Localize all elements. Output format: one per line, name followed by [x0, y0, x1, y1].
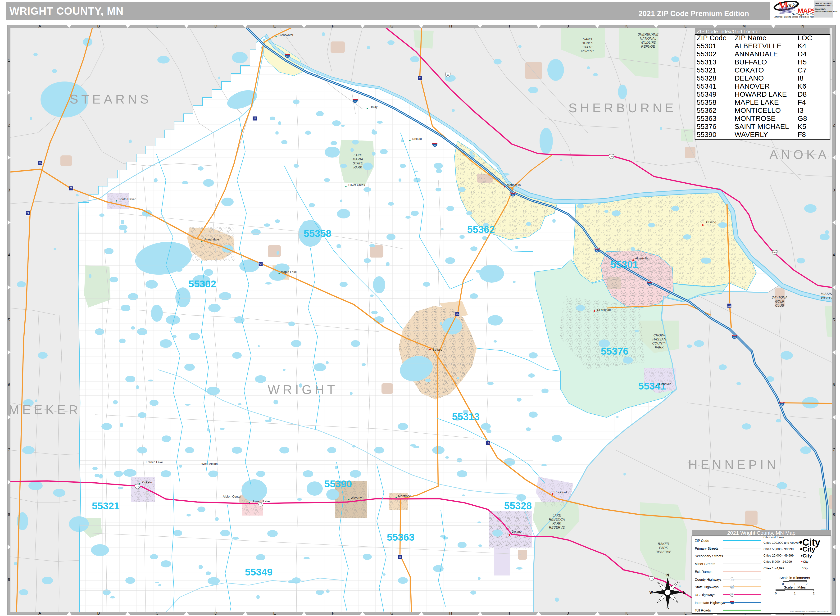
svg-text:MEEKER: MEEKER: [9, 403, 81, 417]
svg-text:F8: F8: [797, 131, 806, 138]
svg-text:123: 123: [731, 579, 734, 580]
svg-text:Cities 50,000 - 99,999: Cities 50,000 - 99,999: [764, 547, 793, 551]
svg-text:4: 4: [833, 253, 835, 257]
svg-text:E: E: [273, 611, 276, 616]
svg-text:94: 94: [648, 283, 651, 286]
svg-text:6: 6: [833, 383, 835, 387]
svg-text:Cokato: Cokato: [142, 481, 152, 484]
svg-text:On Target. On Time.: On Target. On Time.: [792, 13, 817, 16]
svg-text:SHERBURNE: SHERBURNE: [569, 101, 676, 115]
svg-text:Secondary Streets: Secondary Streets: [695, 554, 723, 558]
svg-text:55321: 55321: [696, 66, 716, 74]
svg-text:I8: I8: [797, 74, 803, 82]
svg-text:Cities 100,000 and Above: Cities 100,000 and Above: [764, 541, 799, 544]
svg-text:55362: 55362: [696, 106, 716, 114]
svg-text:MONTROSE: MONTROSE: [734, 114, 775, 122]
svg-text:City: City: [803, 567, 808, 569]
svg-text:Monticello: Monticello: [507, 183, 521, 187]
svg-text:9: 9: [8, 577, 10, 582]
svg-text:Hanover: Hanover: [659, 382, 671, 386]
svg-text:24: 24: [26, 212, 29, 215]
svg-text:25: 25: [456, 313, 459, 315]
svg-text:HOWARD LAKE: HOWARD LAKE: [734, 90, 787, 98]
svg-text:State Highways: State Highways: [695, 585, 719, 589]
svg-text:LAKE: LAKE: [553, 513, 561, 517]
svg-text:Scale in Miles: Scale in Miles: [784, 585, 806, 589]
svg-text:E: E: [273, 24, 276, 28]
svg-text:K4: K4: [797, 42, 806, 50]
svg-text:7: 7: [8, 447, 10, 452]
svg-text:F4: F4: [797, 98, 806, 106]
svg-text:South Haven: South Haven: [119, 197, 136, 201]
svg-text:55363: 55363: [696, 114, 716, 122]
svg-text:•City: •City: [800, 546, 815, 553]
svg-text:REBECCA: REBECCA: [549, 518, 565, 521]
svg-text:Interstate Highways: Interstate Highways: [695, 601, 725, 605]
svg-text:Rockford: Rockford: [554, 490, 567, 494]
svg-text:Buffalo: Buffalo: [433, 348, 442, 351]
svg-text:STATE: STATE: [582, 45, 592, 49]
svg-text:COUNTY: COUNTY: [652, 342, 667, 345]
svg-text:94: 94: [596, 250, 598, 252]
svg-text:M: M: [742, 24, 746, 28]
svg-text:55302: 55302: [189, 279, 216, 289]
svg-text:BAKER: BAKER: [658, 542, 669, 546]
svg-text:Silver Creek: Silver Creek: [348, 183, 365, 187]
svg-text:25: 25: [399, 556, 402, 558]
svg-text:WILDLIFE: WILDLIFE: [641, 41, 656, 44]
svg-text:H: H: [449, 611, 452, 616]
svg-text:City: City: [803, 560, 808, 563]
svg-text:E: E: [683, 590, 686, 594]
svg-text:STATE: STATE: [353, 161, 363, 165]
svg-text:K: K: [625, 24, 628, 28]
svg-text:SHERBURNE: SHERBURNE: [638, 32, 659, 36]
svg-text:55349: 55349: [245, 566, 273, 578]
svg-text:NATIONAL: NATIONAL: [640, 37, 656, 40]
svg-text:•City: •City: [801, 553, 812, 559]
svg-text:Waverly: Waverly: [351, 496, 362, 499]
svg-text:12: 12: [651, 577, 653, 579]
svg-text:12: 12: [136, 485, 139, 488]
svg-text:55376: 55376: [601, 346, 629, 357]
svg-text:PARK: PARK: [659, 546, 668, 550]
svg-text:County Highways: County Highways: [695, 578, 721, 581]
svg-text:5: 5: [8, 318, 10, 322]
svg-text:94: 94: [354, 100, 356, 103]
svg-text:J: J: [567, 24, 569, 28]
svg-text:55390: 55390: [324, 478, 352, 490]
svg-text:10: 10: [610, 155, 613, 158]
svg-text:D4: D4: [797, 50, 806, 58]
svg-text:169: 169: [773, 251, 777, 254]
svg-text:Exit Ramps: Exit Ramps: [695, 570, 712, 573]
svg-text:I: I: [509, 24, 510, 28]
svg-text:55362: 55362: [467, 224, 495, 235]
svg-text:Albertville: Albertville: [635, 257, 648, 260]
svg-text:Cities 1 - 4,999: Cities 1 - 4,999: [764, 566, 784, 570]
svg-text:K: K: [625, 611, 628, 616]
svg-text:LAKE: LAKE: [353, 153, 362, 157]
svg-text:W: W: [649, 590, 653, 594]
svg-text:1: 1: [8, 58, 10, 63]
svg-text:A: A: [38, 24, 41, 28]
svg-text:HASSAN: HASSAN: [652, 337, 666, 341]
svg-text:LOC: LOC: [797, 34, 812, 42]
svg-text:55302: 55302: [696, 50, 716, 58]
svg-text:2: 2: [8, 123, 10, 128]
svg-text:3: 3: [8, 188, 10, 192]
svg-text:94: 94: [733, 337, 736, 339]
svg-text:1-888-434-MAPS (6277): 1-888-434-MAPS (6277): [815, 4, 833, 6]
svg-text:ZIP Code: ZIP Code: [696, 34, 727, 42]
svg-text:PARK: PARK: [353, 165, 362, 169]
svg-text:St Michael: St Michael: [597, 308, 611, 312]
svg-text:MARIA: MARIA: [353, 157, 363, 161]
svg-text:K6: K6: [797, 82, 806, 90]
svg-text:A: A: [38, 611, 41, 616]
svg-text:55301: 55301: [696, 42, 716, 50]
svg-text:N: N: [801, 24, 804, 28]
svg-text:55341: 55341: [696, 82, 716, 90]
svg-text:D8: D8: [797, 90, 806, 98]
svg-text:Minor Streets: Minor Streets: [695, 562, 715, 566]
svg-text:SAND: SAND: [583, 37, 592, 41]
svg-text:Hasty: Hasty: [369, 105, 378, 109]
svg-text:2: 2: [806, 582, 807, 586]
